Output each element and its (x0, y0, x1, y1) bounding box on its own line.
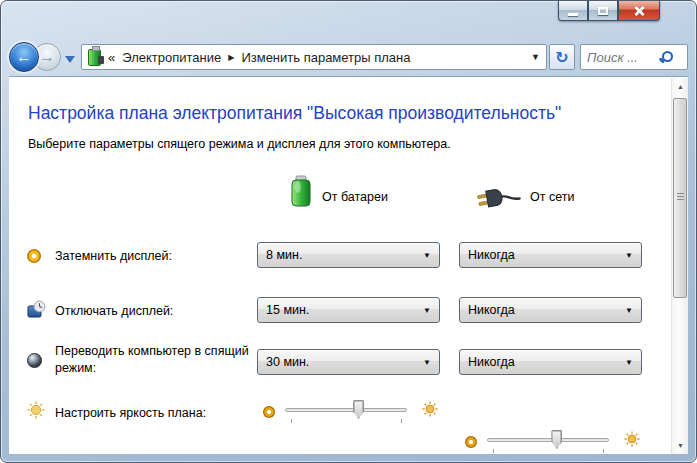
close-button[interactable] (618, 1, 660, 21)
breadcrumb-item-edit-plan[interactable]: Изменить параметры плана (241, 50, 410, 65)
slider-tick (291, 419, 292, 423)
slider-track[interactable] (285, 408, 407, 412)
page-title: Настройка плана электропитания "Высокая … (28, 103, 561, 124)
plug-icon (477, 185, 521, 213)
turn-off-display-plugged-in-select[interactable]: Никогда ▼ (459, 297, 642, 323)
slider-tick (603, 449, 604, 453)
selected-value: 15 мин. (266, 303, 309, 317)
back-button[interactable]: ← (9, 42, 39, 72)
selected-value: Никогда (468, 303, 515, 317)
sleep-icon (27, 353, 42, 368)
scroll-up-button[interactable]: ▲ (672, 78, 689, 95)
chevron-down-icon: ▼ (625, 358, 633, 367)
maximize-button[interactable] (588, 1, 618, 21)
column-header-on-battery: От батареи (322, 190, 388, 204)
slider-tick (401, 419, 402, 423)
chevron-down-icon: ▼ (423, 358, 431, 367)
chevron-down-icon: ▼ (423, 306, 431, 315)
sleep-on-battery-select[interactable]: 30 мин. ▼ (257, 349, 440, 375)
dim-display-icon (27, 249, 41, 263)
chevron-down-icon: ▼ (625, 251, 633, 260)
dim-display-plugged-in-select[interactable]: Никогда ▼ (459, 242, 642, 268)
power-options-icon (88, 49, 101, 66)
selected-value: 30 мин. (266, 355, 309, 369)
refresh-icon: ↻ (555, 48, 568, 67)
minimize-button[interactable] (558, 1, 588, 21)
scrollbar-grip-icon (677, 193, 684, 201)
slider-tick (493, 449, 494, 453)
search-icon[interactable] (659, 51, 671, 63)
sleep-plugged-in-select[interactable]: Никогда ▼ (459, 349, 642, 375)
refresh-button[interactable]: ↻ (549, 44, 575, 70)
maximize-icon (598, 7, 608, 15)
setting-row-dim-display: Затемнить дисплей: 8 мин. ▼ Никогда ▼ (9, 242, 673, 286)
dim-display-on-battery-select[interactable]: 8 мин. ▼ (257, 242, 440, 268)
setting-label: Настроить яркость плана: (55, 405, 253, 422)
setting-label: Отключать дисплей: (55, 303, 253, 320)
brightness-low-icon (263, 406, 275, 418)
scroll-down-button[interactable]: ▼ (672, 437, 689, 454)
vertical-scrollbar[interactable]: ▲ ▼ (671, 78, 688, 454)
brightness-high-icon (624, 431, 640, 451)
selected-value: Никогда (468, 355, 515, 369)
breadcrumb-overflow[interactable]: « (108, 50, 115, 65)
brightness-plugged-in-slider (459, 427, 642, 457)
navigation-bar: ← → « Электропитание ▶ Изменить параметр… (9, 39, 688, 75)
breadcrumb-separator-icon[interactable]: ▶ (228, 53, 234, 62)
address-bar[interactable]: « Электропитание ▶ Изменить параметры пл… (81, 44, 547, 70)
setting-row-sleep: Переводить компьютер в спящий режим: 30 … (9, 343, 673, 387)
plan-settings-page: Настройка плана электропитания "Высокая … (9, 76, 688, 454)
explorer-window: ← → « Электропитание ▶ Изменить параметр… (0, 0, 697, 463)
turn-off-display-on-battery-select[interactable]: 15 мин. ▼ (257, 297, 440, 323)
brightness-on-battery-slider (257, 397, 440, 427)
back-arrow-icon: ← (16, 48, 32, 66)
address-dropdown-icon[interactable]: ▼ (531, 52, 540, 62)
slider-track[interactable] (487, 438, 609, 442)
slider-thumb[interactable] (551, 430, 562, 449)
scrollbar-thumb[interactable] (673, 98, 687, 298)
brightness-icon (27, 401, 45, 423)
selected-value: Никогда (468, 248, 515, 262)
selected-value: 8 мин. (266, 248, 302, 262)
page-subtitle: Выберите параметры спящего режима и дисп… (28, 137, 451, 151)
brightness-low-icon (465, 436, 477, 448)
column-header-plugged-in: От сети (530, 190, 574, 204)
search-input[interactable] (587, 50, 659, 65)
setting-row-brightness: Настроить яркость плана: (9, 397, 673, 441)
recent-pages-chevron-icon[interactable] (65, 56, 75, 63)
close-icon (633, 5, 645, 17)
chevron-down-icon: ▼ (625, 306, 633, 315)
brightness-high-icon (422, 401, 438, 421)
setting-label: Затемнить дисплей: (55, 248, 253, 265)
minimize-icon (568, 13, 578, 16)
chevron-down-icon: ▼ (423, 251, 431, 260)
setting-row-turn-off-display: Отключать дисплей: 15 мин. ▼ Никогда ▼ (9, 297, 673, 341)
breadcrumb-item-power[interactable]: Электропитание (122, 50, 221, 65)
forward-arrow-icon: → (39, 48, 55, 66)
battery-icon (288, 175, 314, 212)
setting-label: Переводить компьютер в спящий режим: (55, 343, 253, 377)
turn-off-display-icon (27, 300, 46, 323)
search-box[interactable] (580, 44, 688, 70)
caption-buttons (558, 1, 660, 21)
slider-thumb[interactable] (353, 400, 364, 419)
